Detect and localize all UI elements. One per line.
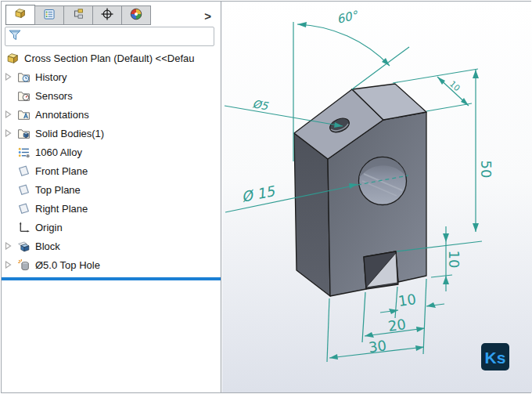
tree-item-label: Sensors xyxy=(35,90,73,102)
tab-dimxpert-manager[interactable] xyxy=(92,5,122,25)
tree-item-label: 1060 Alloy xyxy=(35,146,82,158)
ks-logo: Ks xyxy=(481,343,509,371)
dimension-notch-height[interactable]: 10 xyxy=(431,226,462,291)
expand-chevron-icon[interactable] xyxy=(5,261,17,269)
tree-item-label: Origin xyxy=(35,222,63,233)
feature-manager-panel: > xyxy=(2,2,221,392)
dim-notch-height-label: 10 xyxy=(446,251,462,269)
history-folder-icon xyxy=(17,70,31,84)
tree-item-annotations[interactable]: Annotations xyxy=(2,105,221,124)
tree-root-part[interactable]: Cross Section Plan (Default) <<Defau xyxy=(2,49,221,67)
sensors-folder-icon xyxy=(17,89,31,103)
part-icon xyxy=(6,52,20,65)
tab-feature-manager[interactable] xyxy=(5,5,35,25)
origin-axes-icon xyxy=(17,221,31,234)
filter-funnel-icon xyxy=(8,28,22,45)
plane-icon xyxy=(17,164,31,178)
tab-overflow-arrow[interactable]: > xyxy=(204,10,211,25)
tree-item-sensors[interactable]: Sensors xyxy=(2,86,221,105)
tree-item-label: History xyxy=(35,71,66,83)
hole-wizard-icon xyxy=(17,258,31,272)
tree-root-label: Cross Section Plan (Default) <<Defau xyxy=(24,52,195,64)
annotations-folder-icon xyxy=(17,108,31,121)
tree-item-front-plane[interactable]: Front Plane xyxy=(2,161,221,180)
solid-bodies-folder-icon xyxy=(17,127,31,140)
dim-main-hole-label: Ø 15 xyxy=(240,183,278,205)
tab-property-manager[interactable] xyxy=(34,5,64,25)
filter-input[interactable] xyxy=(22,29,214,45)
tree-item-label: Solid Bodies(1) xyxy=(35,128,104,139)
material-icon xyxy=(17,146,31,159)
model-main-hole[interactable] xyxy=(359,157,407,205)
tree-item-label: Front Plane xyxy=(35,165,88,177)
tree-item-history[interactable]: History xyxy=(2,67,221,86)
dim-notch-offset-label: 20 xyxy=(387,316,408,334)
ks-logo-text: Ks xyxy=(485,349,506,367)
configurations-icon xyxy=(72,8,84,23)
model-block[interactable] xyxy=(294,84,426,296)
tree-item-right-plane[interactable]: Right Plane xyxy=(2,199,221,218)
tree-item-block[interactable]: Block xyxy=(2,237,221,255)
tree-item-origin[interactable]: Origin xyxy=(2,218,221,237)
graphics-viewport[interactable]: 60° Ø5 10 5 xyxy=(222,2,532,392)
tree-item-material[interactable]: 1060 Alloy xyxy=(2,143,221,161)
tab-configuration-manager[interactable] xyxy=(63,5,93,25)
tree-item-top-plane[interactable]: Top Plane xyxy=(2,180,221,199)
tab-display-manager[interactable] xyxy=(121,5,151,25)
rollback-bar[interactable] xyxy=(2,277,221,280)
expand-chevron-icon[interactable] xyxy=(5,110,17,118)
tree-item-label: Top Plane xyxy=(35,184,81,196)
expand-chevron-icon[interactable] xyxy=(5,73,17,81)
display-sphere-icon xyxy=(130,8,142,23)
model-left-face[interactable] xyxy=(294,133,330,296)
filter-row xyxy=(2,25,221,47)
tree-item-label: Block xyxy=(35,240,60,252)
property-list-icon xyxy=(43,8,56,23)
dim-notch-width-label: 10 xyxy=(397,291,418,309)
part-icon xyxy=(14,7,27,23)
dimension-notch-width[interactable]: 10 xyxy=(380,279,444,354)
dim-angle-label: 60° xyxy=(336,8,360,27)
app-window: > xyxy=(1,1,531,393)
expand-chevron-icon[interactable] xyxy=(5,129,17,137)
dim-height-label: 50 xyxy=(478,161,494,179)
plane-icon xyxy=(17,202,31,215)
manager-tab-bar: > xyxy=(2,2,221,25)
crosshair-target-icon xyxy=(101,8,113,23)
tree-item-top-hole[interactable]: Ø5.0 Top Hole xyxy=(2,255,221,274)
tree-item-label: Right Plane xyxy=(35,203,88,215)
filter-box[interactable] xyxy=(5,27,214,46)
tree-item-solid-bodies[interactable]: Solid Bodies(1) xyxy=(2,124,221,143)
dim-top-hole-label: Ø5 xyxy=(251,97,269,112)
tree-item-label: Ø5.0 Top Hole xyxy=(35,259,100,271)
dim-width-label: 30 xyxy=(368,337,387,356)
dim-chamfer-label: 10 xyxy=(448,79,462,93)
model-notch[interactable] xyxy=(364,251,398,289)
boss-extrude-icon xyxy=(17,240,31,253)
feature-tree: Cross Section Plan (Default) <<Defau His… xyxy=(2,47,221,280)
expand-chevron-icon[interactable] xyxy=(5,242,17,250)
model-canvas[interactable]: 60° Ø5 10 5 xyxy=(222,2,532,392)
tree-item-label: Annotations xyxy=(35,109,89,121)
plane-icon xyxy=(17,183,31,197)
